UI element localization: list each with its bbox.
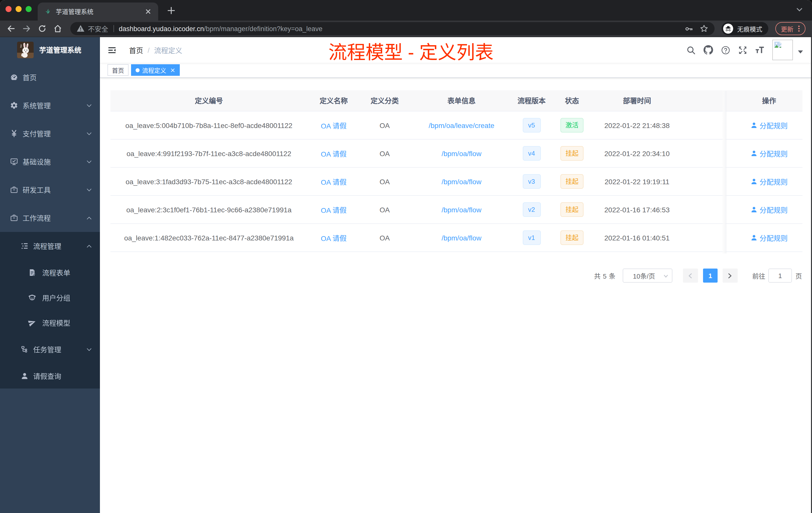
sidebar-item-label: 流程模型 bbox=[42, 318, 70, 328]
search-icon[interactable] bbox=[687, 46, 696, 55]
chevron-down-icon bbox=[86, 131, 92, 136]
assign-rule-link[interactable]: 分配规则 bbox=[751, 205, 788, 215]
user-avatar[interactable] bbox=[772, 40, 793, 60]
chevron-down-icon bbox=[86, 187, 92, 192]
minimize-window-button[interactable] bbox=[15, 6, 21, 12]
bookmark-star-icon[interactable] bbox=[700, 25, 708, 33]
sidebar-item-5[interactable]: 研发工具 bbox=[0, 176, 100, 204]
form-info-link[interactable]: /bpm/oa/flow bbox=[442, 149, 482, 157]
sidebar-item-label: 首页 bbox=[23, 72, 37, 82]
window-right-edge bbox=[811, 37, 812, 513]
help-icon[interactable] bbox=[721, 46, 730, 55]
assign-rule-link[interactable]: 分配规则 bbox=[751, 120, 788, 130]
definition-name-link[interactable]: OA 请假 bbox=[321, 122, 347, 130]
sidebar-item-9[interactable]: 用户分组 bbox=[0, 285, 100, 310]
prev-page-button[interactable] bbox=[683, 269, 698, 282]
breadcrumb-home[interactable]: 首页 bbox=[129, 45, 143, 55]
font-size-icon[interactable] bbox=[755, 46, 764, 55]
home-icon[interactable] bbox=[53, 24, 62, 33]
sidebar-item-label: 系统管理 bbox=[23, 100, 51, 111]
sidebar-item-3[interactable]: 支付管理 bbox=[0, 119, 100, 148]
fullscreen-icon[interactable] bbox=[738, 46, 747, 55]
form-info-link[interactable]: /bpm/oa/flow bbox=[442, 177, 482, 185]
broken-image-icon bbox=[774, 42, 781, 48]
sidebar-item-12[interactable]: 请假查询 bbox=[0, 363, 100, 389]
page-size-select[interactable]: 10条/页 bbox=[623, 269, 672, 282]
browser-menu-kebab-icon[interactable] bbox=[795, 25, 803, 32]
definition-name-link[interactable]: OA 请假 bbox=[321, 178, 347, 186]
cell-definition-id: oa_leave:3:1fad3d93-7b75-11ec-a3c8-acde4… bbox=[110, 168, 308, 195]
status-badge: 挂起 bbox=[560, 174, 583, 189]
new-tab-button[interactable] bbox=[166, 5, 176, 16]
briefcase-icon bbox=[10, 186, 18, 194]
sidebar-item-label: 工作流程 bbox=[23, 213, 51, 223]
tag-1[interactable]: 首页 bbox=[108, 64, 128, 76]
goto-page-input[interactable] bbox=[768, 269, 792, 282]
form-info-link[interactable]: /bpm/oa/flow bbox=[442, 234, 482, 242]
sidebar-item-11[interactable]: 任务管理 bbox=[0, 335, 100, 363]
sidebar-menu: 首页系统管理支付管理基础设施研发工具工作流程流程管理流程表单用户分组流程模型任务… bbox=[0, 62, 100, 389]
sidebar-item-2[interactable]: 系统管理 bbox=[0, 91, 100, 119]
sidebar-item-7[interactable]: 流程管理 bbox=[0, 232, 100, 260]
tags-view: 首页流程定义 bbox=[100, 63, 812, 78]
update-label: 更新 bbox=[781, 24, 793, 33]
sidebar-toggle-icon[interactable] bbox=[108, 46, 116, 55]
sidebar-item-label: 请假查询 bbox=[33, 371, 61, 381]
next-page-button[interactable] bbox=[723, 269, 738, 282]
flow-tree-icon bbox=[21, 345, 29, 353]
page-number-active[interactable]: 1 bbox=[703, 269, 718, 282]
sidebar-item-4[interactable]: 基础设施 bbox=[0, 148, 100, 176]
incognito-label: 无痕模式 bbox=[737, 24, 762, 33]
window-controls bbox=[5, 6, 31, 12]
forward-icon[interactable] bbox=[22, 24, 31, 33]
form-info-link[interactable]: /bpm/oa/flow bbox=[442, 206, 482, 214]
cell-definition-category: OA bbox=[360, 223, 409, 252]
sidebar-item-6[interactable]: 工作流程 bbox=[0, 204, 100, 232]
security-warning-icon[interactable] bbox=[77, 25, 84, 32]
cell-deploy-time: 2022-01-22 21:48:38 bbox=[594, 111, 680, 139]
annotation-title: 流程模型 - 定义列表 bbox=[328, 43, 494, 62]
col-definition-category: 定义分类 bbox=[360, 90, 409, 111]
sidebar-item-10[interactable]: 流程模型 bbox=[0, 310, 100, 335]
table-row: oa_leave:2:3c1f0ef1-76b1-11ec-9c66-a2380… bbox=[110, 195, 802, 223]
assign-rule-link[interactable]: 分配规则 bbox=[751, 148, 788, 158]
main-area: 首页 / 流程定义 流程模型 - 定义列表 bbox=[100, 37, 812, 513]
url-text[interactable]: dashboard.yudao.iocoder.cn/bpm/manager/d… bbox=[119, 25, 685, 32]
assign-rule-link[interactable]: 分配规则 bbox=[751, 176, 788, 186]
version-badge: v4 bbox=[522, 146, 541, 161]
user-icon bbox=[751, 206, 757, 213]
tab-close-icon[interactable] bbox=[144, 7, 152, 16]
definition-name-link[interactable]: OA 请假 bbox=[321, 150, 347, 158]
cell-spacer bbox=[680, 223, 736, 252]
sidebar-logo[interactable]: 芋道管理系统 bbox=[0, 37, 100, 62]
col-definition-name: 定义名称 bbox=[308, 90, 360, 111]
caret-down-icon[interactable] bbox=[798, 50, 803, 54]
tag-2[interactable]: 流程定义 bbox=[131, 64, 180, 76]
zoom-window-button[interactable] bbox=[25, 6, 31, 12]
tag-close-icon[interactable] bbox=[170, 67, 175, 72]
tab-search-icon[interactable] bbox=[795, 5, 804, 13]
cell-spacer bbox=[680, 139, 736, 168]
col-deploy-time: 部署时间 bbox=[594, 90, 680, 111]
assign-rule-label: 分配规则 bbox=[759, 233, 788, 243]
browser-tab[interactable]: 芋道管理系统 bbox=[38, 2, 158, 21]
incognito-badge: 无痕模式 bbox=[722, 22, 768, 35]
assign-rule-link[interactable]: 分配规则 bbox=[751, 233, 788, 243]
reload-icon[interactable] bbox=[38, 24, 47, 33]
security-label[interactable]: 不安全 bbox=[88, 24, 108, 34]
form-info-link[interactable]: /bpm/oa/leave/create bbox=[429, 121, 494, 129]
close-window-button[interactable] bbox=[5, 6, 11, 12]
breadcrumb-separator: / bbox=[148, 46, 150, 54]
url-host: dashboard.yudao.iocoder.cn bbox=[119, 25, 204, 32]
goto-label: 前往 bbox=[752, 271, 765, 280]
update-button[interactable]: 更新 bbox=[775, 22, 806, 35]
sidebar-item-1[interactable]: 首页 bbox=[0, 63, 100, 91]
sidebar-item-8[interactable]: 流程表单 bbox=[0, 260, 100, 285]
github-icon[interactable] bbox=[703, 45, 713, 55]
url-bar[interactable]: 不安全 dashboard.yudao.iocoder.cn/bpm/manag… bbox=[70, 22, 715, 35]
definition-name-link[interactable]: OA 请假 bbox=[321, 206, 347, 214]
password-key-icon[interactable] bbox=[685, 24, 693, 33]
back-icon[interactable] bbox=[6, 24, 16, 33]
definition-name-link[interactable]: OA 请假 bbox=[321, 234, 347, 242]
col-spacer bbox=[680, 90, 736, 111]
